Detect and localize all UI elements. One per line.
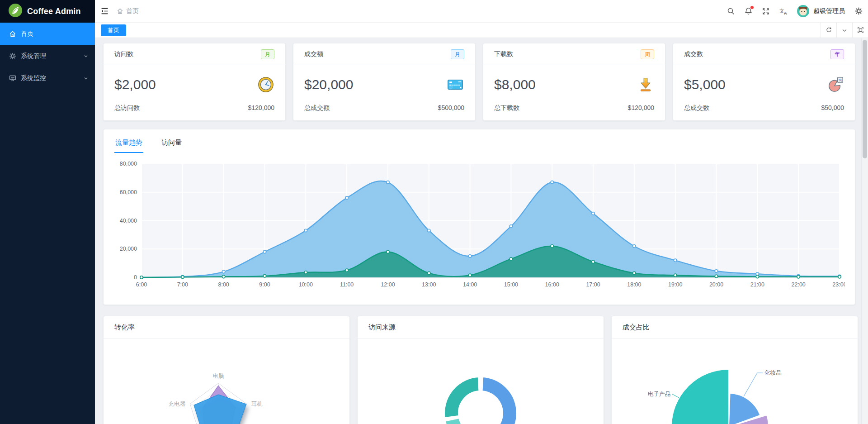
tab-home-label: 首页 — [108, 26, 119, 34]
menu-fold-icon[interactable] — [100, 7, 108, 15]
conversion-rate-panel: 转化率 电脑耳机充电器 — [103, 316, 350, 424]
svg-text:电脑: 电脑 — [213, 373, 224, 379]
sidebar-item-system-monitor[interactable]: 系统监控 — [0, 67, 95, 89]
bottom-panels-row: 转化率 电脑耳机充电器 访问来源 成交占比 电子产品化妆品 — [103, 316, 855, 424]
tab-label: 流量趋势 — [115, 138, 142, 146]
stat-footer-value: $120,000 — [248, 104, 274, 112]
stat-card-visits: 访问数 月 $2,000 总访问数 $120,000 — [103, 43, 286, 121]
page-scrollbar[interactable] — [861, 38, 868, 424]
trend-tabs: 流量趋势 访问量 — [114, 136, 844, 155]
svg-text:15:00: 15:00 — [504, 281, 518, 288]
period-badge: 年 — [830, 49, 844, 59]
user-name: 超级管理员 — [813, 7, 845, 15]
svg-text:22:00: 22:00 — [792, 281, 806, 288]
user-menu[interactable]: 超级管理员 — [797, 5, 845, 17]
stat-value: $8,000 — [494, 77, 536, 92]
svg-text:19:00: 19:00 — [668, 281, 682, 288]
stat-card-deal-count: 成交数 年 $5,000 % 总成交数 $50,000 — [673, 43, 855, 121]
stats-row: 访问数 月 $2,000 总访问数 $120,000 成交额 月 — [103, 43, 855, 121]
svg-text:20:00: 20:00 — [709, 281, 723, 288]
svg-text:耳机: 耳机 — [251, 401, 263, 407]
home-icon — [9, 30, 16, 38]
svg-text:充电器: 充电器 — [169, 401, 186, 407]
stat-title: 访问数 — [114, 50, 133, 58]
svg-text:电子产品: 电子产品 — [648, 391, 670, 397]
sidebar-item-label: 系统监控 — [21, 74, 79, 82]
svg-text:16:00: 16:00 — [545, 281, 559, 288]
svg-text:80,000: 80,000 — [120, 161, 137, 167]
chevron-down-icon — [841, 27, 848, 33]
svg-text:化妆品: 化妆品 — [764, 370, 782, 376]
notification-badge-dot — [750, 6, 754, 9]
sidebar-item-system-management[interactable]: 系统管理 — [0, 45, 95, 67]
settings-gear-icon[interactable] — [854, 7, 863, 15]
logo[interactable]: Coffee Admin — [0, 0, 95, 23]
breadcrumb-home: 首页 — [126, 7, 139, 15]
svg-text:12:00: 12:00 — [381, 281, 395, 288]
clock-icon — [257, 76, 274, 93]
svg-text:0: 0 — [134, 274, 137, 281]
svg-text:21:00: 21:00 — [750, 281, 764, 288]
svg-text:9:00: 9:00 — [259, 281, 270, 288]
credit-card-icon — [446, 76, 464, 93]
stat-footer-label: 总访问数 — [114, 104, 140, 112]
stat-footer-value: $50,000 — [821, 104, 844, 112]
period-badge: 周 — [641, 49, 654, 59]
maximize-icon — [857, 27, 864, 33]
search-icon[interactable] — [726, 7, 735, 15]
refresh-tab-button[interactable] — [821, 23, 836, 38]
stat-footer-label: 总成交数 — [684, 104, 709, 112]
gear-icon — [9, 52, 16, 60]
stat-value: $2,000 — [114, 77, 156, 92]
period-badge: 月 — [261, 49, 274, 59]
pie-chart-icon: % — [826, 76, 844, 93]
tab-options-dropdown[interactable] — [836, 23, 852, 38]
svg-text:10:00: 10:00 — [299, 281, 313, 288]
page-tabbar: 首页 — [95, 23, 868, 38]
deal-share-pie-chart: 电子产品化妆品 — [612, 338, 858, 424]
sidebar-item-home[interactable]: 首页 — [0, 23, 95, 45]
svg-text:8:00: 8:00 — [218, 281, 229, 288]
period-badge: 月 — [451, 49, 464, 59]
maximize-content-button[interactable] — [852, 23, 868, 38]
fullscreen-icon[interactable] — [762, 7, 770, 15]
svg-text:文: 文 — [779, 8, 784, 14]
tab-home[interactable]: 首页 — [101, 24, 126, 36]
stat-footer-value: $500,000 — [438, 104, 464, 112]
svg-text:23:00: 23:00 — [832, 281, 845, 288]
avatar — [797, 5, 809, 17]
panel-title: 成交占比 — [623, 323, 650, 332]
panel-title: 访问来源 — [368, 323, 396, 332]
app-title: Coffee Admin — [27, 7, 81, 16]
top-navbar: 首页 文 A — [95, 0, 868, 23]
stat-card-downloads: 下载数 周 $8,000 总下载数 $120,000 — [483, 43, 665, 121]
svg-text:13:00: 13:00 — [422, 281, 436, 288]
stat-card-deal-amount: 成交额 月 $20,000 总成交额 $500,000 — [293, 43, 476, 121]
notification-bell-icon[interactable] — [744, 7, 752, 15]
svg-text:A: A — [784, 11, 787, 15]
svg-text:20,000: 20,000 — [120, 246, 137, 252]
svg-text:40,000: 40,000 — [120, 218, 137, 224]
translate-icon[interactable]: 文 A — [779, 7, 788, 15]
refresh-icon — [826, 27, 832, 33]
sidebar-item-label: 首页 — [21, 30, 89, 38]
traffic-trend-panel: 流量趋势 访问量 020,00040,00060,00080,0006:007:… — [103, 129, 855, 305]
breadcrumb[interactable]: 首页 — [117, 7, 139, 15]
stat-value: $5,000 — [684, 77, 726, 92]
sidebar-menu: 首页 系统管理 系统监控 — [0, 23, 95, 89]
stat-title: 成交额 — [304, 50, 323, 58]
tab-label: 访问量 — [161, 138, 182, 146]
tab-visits[interactable]: 访问量 — [160, 136, 183, 155]
svg-text:11:00: 11:00 — [340, 281, 354, 288]
stat-title: 下载数 — [494, 50, 513, 58]
svg-text:14:00: 14:00 — [463, 281, 477, 288]
svg-text:7:00: 7:00 — [177, 281, 188, 288]
svg-text:%: % — [839, 78, 843, 82]
panel-title: 转化率 — [114, 323, 135, 332]
chevron-down-icon — [83, 76, 89, 81]
stat-footer-label: 总成交额 — [304, 104, 330, 112]
home-icon — [117, 8, 123, 14]
tab-traffic-trend[interactable]: 流量趋势 — [114, 136, 143, 155]
scrollbar-thumb[interactable] — [863, 40, 867, 158]
monitor-icon — [9, 75, 16, 82]
